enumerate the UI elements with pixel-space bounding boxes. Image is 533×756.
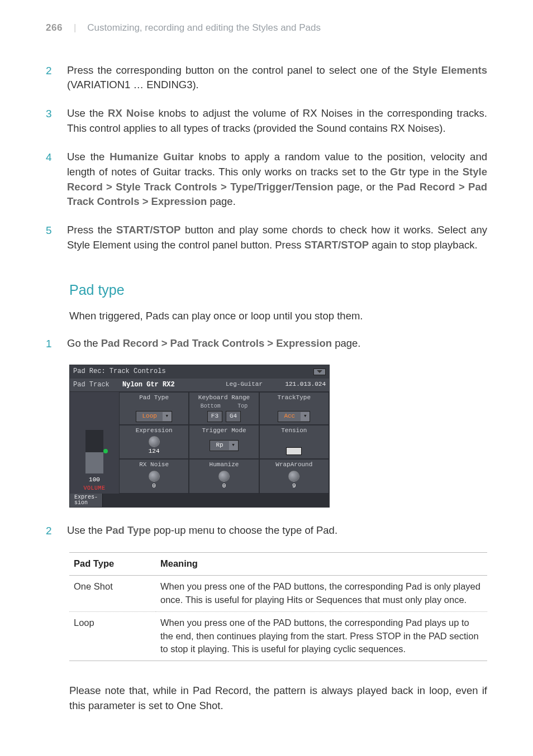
label-track-type: TrackType bbox=[262, 394, 326, 403]
term-start-stop: START/STOP bbox=[304, 239, 369, 251]
label-tension: Tension bbox=[262, 427, 326, 436]
step-body: Use the Humanize Guitar knobs to apply a… bbox=[67, 150, 487, 209]
volume-panel: 100 VOLUME bbox=[70, 392, 119, 494]
term-gtr: Gtr bbox=[390, 166, 406, 178]
label-expression: Expression bbox=[122, 427, 186, 436]
tension-checkbox[interactable] bbox=[286, 447, 302, 455]
humanize-knob[interactable] bbox=[218, 471, 230, 482]
text: page. bbox=[332, 337, 360, 349]
expression-knob[interactable] bbox=[149, 436, 160, 447]
cell-humanize: Humanize 0 bbox=[189, 459, 259, 494]
chevron-down-icon bbox=[317, 370, 322, 374]
table-row: Loop When you press one of the PAD butto… bbox=[69, 611, 487, 661]
text: type in the bbox=[406, 166, 463, 178]
text: page. bbox=[207, 195, 235, 207]
header-meaning: Meaning bbox=[156, 552, 487, 575]
cell-tension: Tension bbox=[259, 425, 329, 460]
step-5: 5 Press the START/STOP button and play s… bbox=[46, 223, 487, 253]
track-leg: Leg-Guitar bbox=[216, 380, 272, 389]
step-body: Press the corresponding button on the co… bbox=[67, 63, 487, 93]
cell-value: When you press one of the PAD buttons, t… bbox=[156, 575, 487, 611]
tab-expression[interactable]: Expres- sion bbox=[70, 494, 103, 507]
chevron-down-icon: ▾ bbox=[163, 412, 172, 421]
cell-value: When you press one of the PAD buttons, t… bbox=[156, 611, 487, 661]
step-c-2: 2 Use the Pad Type pop-up menu to choose… bbox=[46, 523, 487, 539]
track-name[interactable]: Nylon Gtr RX2 bbox=[122, 380, 216, 390]
step-number: 3 bbox=[46, 106, 55, 136]
window-menu-button[interactable] bbox=[313, 369, 326, 375]
step-number: 2 bbox=[46, 63, 55, 93]
text: page, or the bbox=[334, 181, 397, 193]
rx-noise-knob[interactable] bbox=[149, 471, 160, 482]
controls-grid: Pad Type Loop ▾ Keyboard Range BottomTop… bbox=[119, 392, 329, 494]
table-row: One Shot When you press one of the PAD b… bbox=[69, 575, 487, 611]
step-3: 3 Use the RX Noise knobs to adjust the v… bbox=[46, 106, 487, 136]
step-number: 1 bbox=[46, 336, 55, 352]
page-number: 266 bbox=[46, 21, 63, 35]
text: Use the bbox=[67, 107, 108, 119]
expression-value: 124 bbox=[122, 447, 186, 456]
page-header: 266 | Customizing, recording and editing… bbox=[46, 21, 487, 35]
cell-trigger-mode: Trigger Mode Rp ▾ bbox=[189, 425, 259, 460]
header-divider: | bbox=[74, 21, 76, 35]
header-pad-type: Pad Type bbox=[69, 552, 156, 575]
text: (VARIATION1 … ENDING3). bbox=[67, 79, 199, 90]
text: Press the corresponding button on the co… bbox=[67, 64, 412, 76]
track-label: Pad Track bbox=[73, 380, 122, 390]
cell-wraparound: WrapAround 9 bbox=[259, 459, 329, 494]
label-humanize: Humanize bbox=[192, 461, 256, 470]
track-type-value: Acc bbox=[278, 412, 301, 422]
section-title: Pad type bbox=[69, 280, 487, 300]
window-title-bar: Pad Rec: Track Controls bbox=[70, 365, 329, 378]
tab-row: Expres- sion bbox=[70, 494, 329, 507]
pad-type-value: Loop bbox=[136, 412, 162, 422]
chevron-down-icon: ▾ bbox=[229, 441, 238, 450]
term-pad-type: Pad Type bbox=[106, 524, 151, 536]
text: pop-up menu to choose the type of Pad. bbox=[151, 524, 337, 536]
track-id: 121.013.024 bbox=[272, 380, 326, 389]
track-info-row: Pad Track Nylon Gtr RX2 Leg-Guitar 121.0… bbox=[70, 379, 329, 392]
section-lead: When triggered, Pads can play once or lo… bbox=[69, 309, 487, 324]
step-4: 4 Use the Humanize Guitar knobs to apply… bbox=[46, 150, 487, 209]
trigger-mode-dropdown[interactable]: Rp ▾ bbox=[210, 440, 238, 451]
step-body: Use the RX Noise knobs to adjust the vol… bbox=[67, 106, 487, 136]
text: Press the bbox=[67, 224, 116, 236]
humanize-value: 0 bbox=[192, 482, 256, 491]
step-body: Use the Pad Type pop-up menu to choose t… bbox=[67, 523, 337, 539]
cell-expression: Expression 124 bbox=[119, 425, 189, 460]
step-number: 2 bbox=[46, 523, 55, 539]
track-type-dropdown[interactable]: Acc ▾ bbox=[278, 411, 310, 422]
pad-type-dropdown[interactable]: Loop ▾ bbox=[136, 411, 172, 422]
table-header-row: Pad Type Meaning bbox=[69, 552, 487, 575]
step-number: 5 bbox=[46, 223, 55, 253]
label-rx-noise: RX Noise bbox=[122, 461, 186, 470]
volume-slider[interactable] bbox=[85, 430, 103, 473]
window-title: Pad Rec: Track Controls bbox=[73, 367, 166, 376]
step-body: Go the Pad Record > Pad Track Controls >… bbox=[67, 336, 360, 352]
chapter-title: Customizing, recording and editing the S… bbox=[87, 21, 321, 35]
step-number: 4 bbox=[46, 150, 55, 209]
wraparound-knob[interactable] bbox=[288, 471, 299, 482]
note-paragraph: Please note that, while in Pad Record, t… bbox=[69, 683, 487, 714]
term-humanize-guitar: Humanize Guitar bbox=[110, 151, 194, 162]
cell-pad-type: Pad Type Loop ▾ bbox=[119, 392, 189, 424]
wraparound-value: 9 bbox=[262, 482, 326, 491]
label-top: Top bbox=[237, 403, 248, 411]
cell-track-type: TrackType Acc ▾ bbox=[259, 392, 329, 424]
step-2: 2 Press the corresponding button on the … bbox=[46, 63, 487, 93]
chevron-down-icon: ▾ bbox=[301, 412, 310, 421]
keyboard-range-top[interactable]: G4 bbox=[226, 411, 241, 422]
label-bottom: Bottom bbox=[201, 403, 221, 411]
text: Use the bbox=[67, 151, 110, 162]
cell-key: Loop bbox=[69, 611, 156, 661]
status-dot-icon bbox=[103, 449, 108, 453]
keyboard-range-bottom[interactable]: F3 bbox=[207, 411, 222, 422]
term-style-elements: Style Elements bbox=[412, 64, 487, 76]
volume-value: 100 bbox=[89, 476, 100, 485]
term-start-stop: START/STOP bbox=[116, 224, 180, 236]
screenshot-pad-rec-track-controls: Pad Rec: Track Controls Pad Track Nylon … bbox=[69, 365, 330, 508]
label-pad-type: Pad Type bbox=[122, 394, 186, 403]
text: again to stop playback. bbox=[369, 239, 477, 251]
label-trigger-mode: Trigger Mode bbox=[192, 427, 256, 436]
rx-noise-value: 0 bbox=[122, 482, 186, 491]
